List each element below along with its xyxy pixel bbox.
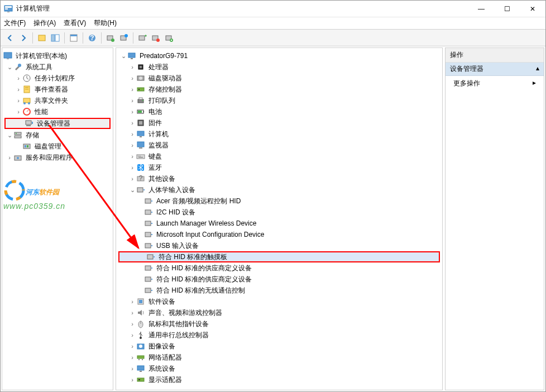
tree-device-manager[interactable]: 设备管理器: [36, 118, 71, 129]
device-computer[interactable]: 计算机: [147, 129, 170, 140]
expand-icon[interactable]: ›: [128, 376, 136, 383]
menu-action[interactable]: 操作(A): [33, 18, 56, 28]
expand-icon[interactable]: ›: [128, 131, 136, 137]
menu-file[interactable]: 文件(F): [4, 18, 26, 28]
device-tree[interactable]: ⌄ PredatorG9-791 ›处理器 ›磁盘驱动器 ›存储控制器 ›打印队…: [116, 48, 442, 388]
menu-view[interactable]: 查看(V): [64, 18, 86, 28]
collapse-icon[interactable]: ⌄: [6, 132, 13, 139]
device-display[interactable]: 显示适配器: [147, 375, 183, 385]
tree-storage[interactable]: 存储: [25, 130, 40, 141]
device-usb[interactable]: 通用串行总线控制器: [147, 330, 210, 341]
expand-icon[interactable]: ›: [128, 332, 136, 338]
device-disk-drives[interactable]: 磁盘驱动器: [147, 73, 183, 84]
expand-icon[interactable]: ›: [128, 97, 136, 104]
expand-icon[interactable]: ›: [128, 354, 136, 361]
collapse-icon[interactable]: ⌄: [128, 187, 136, 194]
device-imaging[interactable]: 图像设备: [147, 341, 176, 352]
device-software[interactable]: 软件设备: [147, 297, 176, 307]
expand-icon[interactable]: ›: [128, 164, 136, 171]
hid-vendor1[interactable]: 符合 HID 标准的供应商定义设备: [155, 263, 253, 274]
expand-icon[interactable]: ›: [128, 86, 136, 93]
device-hid[interactable]: 人体学输入设备: [147, 185, 197, 195]
svg-rect-31: [26, 121, 31, 125]
expand-icon[interactable]: ›: [128, 64, 136, 70]
submenu-arrow-icon: ▸: [533, 79, 536, 88]
collapse-icon[interactable]: ⌄: [119, 52, 127, 60]
tree-services[interactable]: 服务和应用程序: [25, 152, 74, 163]
expand-icon[interactable]: ›: [128, 365, 136, 372]
expand-icon[interactable]: ›: [128, 142, 136, 149]
device-system[interactable]: 系统设备: [147, 364, 176, 374]
keyboard-icon: [136, 152, 145, 161]
expand-icon[interactable]: ›: [128, 343, 136, 350]
uninstall-button[interactable]: [150, 32, 162, 44]
device-mouse[interactable]: 鼠标和其他指针设备: [147, 319, 210, 329]
properties-button[interactable]: [68, 32, 80, 44]
tree-event-viewer[interactable]: 事件查看器: [33, 84, 69, 95]
expand-icon[interactable]: ›: [15, 86, 22, 93]
hid-acer[interactable]: Acer 音频/视频远程控制 HID: [155, 196, 242, 207]
scan-hardware-button[interactable]: [104, 32, 117, 44]
actions-section[interactable]: 设备管理器 ▴: [446, 63, 544, 76]
hid-touchpad[interactable]: 符合 HID 标准的触摸板: [157, 252, 228, 262]
expand-icon[interactable]: ›: [15, 97, 22, 104]
expand-icon[interactable]: ›: [128, 108, 136, 115]
device-sound[interactable]: 声音、视频和游戏控制器: [147, 308, 223, 318]
svg-rect-89: [151, 290, 152, 291]
device-root[interactable]: PredatorG9-791: [138, 51, 189, 60]
expand-icon[interactable]: ›: [128, 75, 136, 82]
collapse-icon[interactable]: ⌄: [6, 64, 13, 71]
device-other[interactable]: 其他设备: [147, 174, 176, 184]
minimize-button[interactable]: —: [468, 1, 494, 17]
hid-launch[interactable]: Launch Manager Wireless Device: [155, 219, 257, 228]
svg-rect-5: [51, 35, 55, 41]
menu-help[interactable]: 帮助(H): [94, 18, 117, 28]
back-button[interactable]: [4, 32, 16, 44]
tree-disk-mgmt[interactable]: 磁盘管理: [33, 141, 63, 152]
expand-icon[interactable]: ›: [128, 153, 136, 160]
show-hide-tree-button[interactable]: [49, 32, 61, 44]
tree-shared-folders[interactable]: 共享文件夹: [33, 95, 69, 106]
expand-icon[interactable]: ›: [15, 75, 22, 82]
close-button[interactable]: ✕: [520, 1, 545, 17]
svg-point-47: [139, 77, 142, 80]
disable-button[interactable]: [163, 32, 175, 44]
svg-point-28: [23, 102, 26, 104]
hid-usb-input[interactable]: USB 输入设备: [155, 241, 200, 251]
hid-i2c[interactable]: I2C HID 设备: [155, 207, 197, 218]
up-button[interactable]: [36, 32, 48, 44]
expand-icon[interactable]: ›: [15, 108, 22, 115]
forward-button[interactable]: [17, 32, 30, 44]
device-print-queue[interactable]: 打印队列: [147, 95, 176, 106]
expand-icon[interactable]: ›: [6, 154, 13, 161]
svg-rect-91: [139, 300, 142, 303]
tree-performance[interactable]: 性能: [33, 107, 49, 117]
expand-icon[interactable]: ›: [128, 309, 136, 316]
tree-system-tools[interactable]: 系统工具: [25, 62, 54, 73]
processor-icon: [136, 63, 145, 71]
more-actions[interactable]: 更多操作 ▸: [446, 76, 544, 91]
expand-icon[interactable]: ›: [128, 175, 136, 182]
device-battery[interactable]: 电池: [147, 107, 163, 117]
help-button[interactable]: ?: [86, 32, 98, 44]
device-network[interactable]: 网络适配器: [147, 352, 183, 363]
console-tree[interactable]: 计算机管理(本地) ⌄ 系统工具 › 任务计划程序 › 事件查看器 › 共享文件…: [2, 48, 113, 165]
scan-button[interactable]: [118, 32, 130, 44]
device-firmware[interactable]: 固件: [147, 118, 163, 128]
update-driver-button[interactable]: [136, 32, 149, 44]
tree-task-scheduler[interactable]: 任务计划程序: [33, 73, 76, 84]
hid-msinput[interactable]: Microsoft Input Configuration Device: [155, 230, 265, 239]
toolbar: ?: [1, 30, 545, 46]
device-keyboard[interactable]: 键盘: [147, 151, 163, 162]
tree-root[interactable]: 计算机管理(本地): [15, 51, 68, 61]
device-processor[interactable]: 处理器: [147, 62, 170, 73]
device-monitor[interactable]: 监视器: [147, 140, 170, 151]
device-bluetooth[interactable]: 蓝牙: [147, 162, 163, 173]
hid-vendor2[interactable]: 符合 HID 标准的供应商定义设备: [155, 274, 253, 285]
expand-icon[interactable]: ›: [128, 321, 136, 327]
expand-icon[interactable]: ›: [128, 298, 136, 305]
device-storage-ctrl[interactable]: 存储控制器: [147, 84, 183, 95]
maximize-button[interactable]: ☐: [494, 1, 520, 17]
hid-wireless[interactable]: 符合 HID 标准的无线通信控制: [155, 285, 246, 296]
expand-icon[interactable]: ›: [128, 119, 136, 126]
